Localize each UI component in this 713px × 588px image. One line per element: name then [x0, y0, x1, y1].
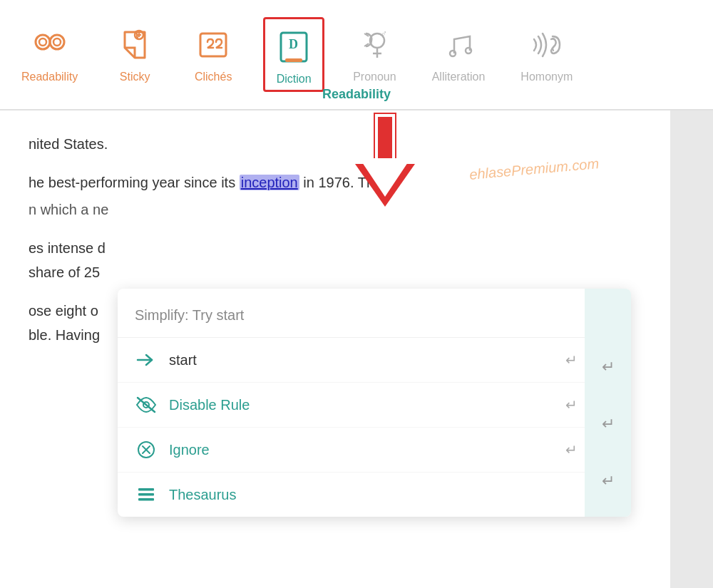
arrow-shaft	[375, 114, 395, 164]
alliteration-label: Alliteration	[432, 71, 486, 83]
highlighted-word: inception	[240, 175, 299, 190]
popup: Simplify: Try start start ↵	[118, 289, 631, 517]
readability-icon	[29, 21, 71, 68]
text-line-1: nited States.	[29, 132, 642, 156]
popup-item-thesaurus[interactable]: Thesaurus	[118, 473, 631, 517]
svg-line-20	[138, 398, 155, 412]
arrow-head	[355, 164, 415, 207]
right-panel	[670, 110, 713, 588]
toolbar-item-sticky[interactable]: Sticky	[106, 17, 163, 88]
text-line-5: share of 25	[29, 260, 642, 284]
alliteration-icon	[437, 21, 480, 68]
pronoun-icon: ♂	[353, 21, 396, 68]
toolbar-item-diction[interactable]: D Diction	[263, 17, 324, 92]
text-line-3: n which a ne	[29, 197, 642, 222]
popup-item-ignore[interactable]: Ignore ↵	[118, 428, 631, 473]
svg-rect-9	[285, 58, 302, 62]
circle-x-icon	[135, 438, 158, 461]
popup-right-panel: ↵ ↵ ↵	[585, 289, 631, 517]
svg-point-1	[50, 35, 64, 49]
svg-rect-25	[138, 493, 154, 496]
toolbar-items: Readability Sticky	[14, 17, 699, 92]
toolbar-item-cliches[interactable]: Clichés	[185, 17, 242, 88]
svg-point-2	[39, 38, 46, 46]
toolbar-item-homonym[interactable]: Homonym	[513, 17, 580, 88]
lines-icon	[135, 483, 158, 506]
pronoun-label: Pronoun	[353, 71, 396, 83]
svg-rect-24	[138, 488, 154, 491]
suggestion-text: start	[169, 348, 574, 372]
text-line-2: he best-performing year since its incept…	[29, 170, 642, 195]
diction-icon: D	[272, 24, 315, 70]
cliches-icon	[192, 21, 235, 68]
corner-arrow-2: ↵	[565, 438, 578, 462]
readability-label: Readability	[21, 71, 78, 83]
toolbar-item-pronoun[interactable]: ♂ Pronoun	[346, 17, 404, 88]
popup-item-disable-rule[interactable]: Disable Rule ↵	[118, 383, 631, 428]
homonym-label: Homonym	[520, 71, 573, 83]
svg-point-0	[36, 35, 50, 49]
svg-point-3	[53, 38, 61, 46]
svg-text:D: D	[289, 37, 298, 51]
cliches-label: Clichés	[195, 71, 232, 83]
disable-rule-text: Disable Rule	[169, 393, 574, 417]
red-arrow	[349, 114, 421, 214]
main-content: ehlasePremium.com nited States. he best-…	[0, 110, 713, 588]
toolbar-item-readability[interactable]: Readability	[14, 17, 85, 88]
svg-rect-6	[200, 33, 226, 56]
svg-point-17	[466, 48, 471, 53]
active-tab-label: Readability	[322, 87, 391, 102]
sticky-label: Sticky	[120, 71, 150, 83]
ignore-text: Ignore	[169, 438, 574, 462]
svg-text:♂: ♂	[381, 29, 387, 38]
toolbar: Readability Sticky	[0, 0, 713, 110]
homonym-icon	[525, 21, 568, 68]
eye-off-icon	[135, 393, 158, 416]
svg-rect-26	[138, 498, 154, 501]
popup-header: Simplify: Try start	[118, 289, 631, 338]
sticky-icon	[113, 21, 156, 68]
diction-label: Diction	[277, 73, 312, 86]
text-panel: ehlasePremium.com nited States. he best-…	[0, 110, 670, 588]
svg-point-16	[450, 51, 456, 56]
toolbar-item-alliteration[interactable]: Alliteration	[425, 17, 493, 88]
popup-item-start[interactable]: start ↵	[118, 338, 631, 383]
corner-arrow-0: ↵	[565, 348, 578, 372]
arrow-right-icon	[135, 349, 158, 371]
text-line-4: es intense d	[29, 236, 642, 260]
thesaurus-text: Thesaurus	[169, 483, 574, 507]
corner-arrow-1: ↵	[565, 393, 578, 417]
